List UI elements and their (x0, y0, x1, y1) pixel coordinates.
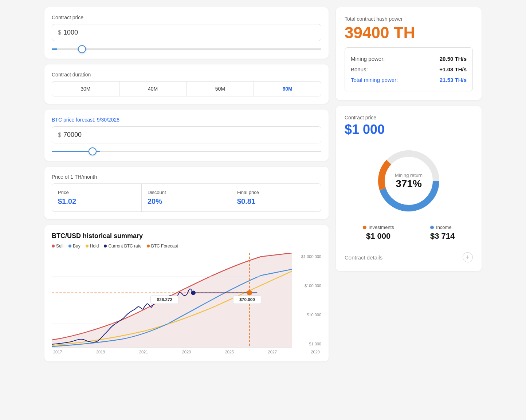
investments-item: Investments $1 000 (363, 225, 394, 241)
contract-price-input[interactable]: $ 1000 (52, 24, 321, 41)
price-cell-label: Price (58, 190, 136, 195)
btc-forecast-text: BTC price forecast: (52, 117, 95, 123)
btc-forecast-slider[interactable] (52, 151, 321, 152)
contract-price-amount: 1000 (63, 29, 78, 36)
investments-value: $1 000 (363, 231, 394, 241)
chart-legend: Sell Buy Hold Current BTC rate BTC Forec… (52, 243, 321, 249)
y-label-1: $1.000.000 (295, 254, 321, 259)
legend-buy: Buy (68, 243, 81, 249)
price-th-label: Price of 1 TH/month (52, 174, 321, 180)
right-panel: Total contract hash power 39400 TH Minin… (336, 7, 482, 361)
btc-forecast-dot (147, 245, 150, 247)
contract-currency-symbol: $ (58, 29, 61, 36)
bonus-label: Bonus: (351, 66, 368, 72)
buy-dot (68, 245, 71, 247)
price-th-card: Price of 1 TH/month Price $1.02 Discount… (44, 167, 329, 219)
sell-label: Sell (56, 243, 63, 249)
hash-power-value: 39400 TH (345, 24, 473, 41)
donut-center-text: Mining return 371% (395, 173, 423, 190)
discount-cell: Discount 20% (142, 184, 231, 211)
legend-current-btc: Current BTC rate (104, 243, 141, 249)
svg-text:$26.272: $26.272 (157, 298, 172, 302)
investments-legend: Investments (363, 225, 394, 230)
main-container: Contract price $ 1000 Contract duration … (44, 7, 482, 361)
chart-y-labels: $1.000.000 $100.000 $10.000 $1.000 (292, 253, 321, 348)
contract-price-right-value: $1 000 (345, 122, 473, 137)
contract-details-label: Contract details (345, 254, 382, 261)
sell-dot (52, 245, 55, 247)
legend-sell: Sell (52, 243, 63, 249)
mining-power-value: 20.50 TH/s (440, 56, 467, 62)
tab-40m[interactable]: 40M (119, 82, 187, 96)
total-mining-row: Total mining power: 21.53 TH/s (351, 75, 467, 85)
y-label-3: $10.000 (295, 313, 321, 317)
svg-text:$70.000: $70.000 (239, 298, 255, 302)
x-label-2021: 2021 (139, 350, 148, 354)
mining-stats-box: Mining power: 20.50 TH/s Bonus: +1.03 TH… (345, 47, 473, 91)
income-value: $3 714 (430, 231, 455, 241)
plus-icon: + (466, 254, 470, 261)
investments-dot (363, 226, 366, 229)
tab-50m[interactable]: 50M (187, 82, 254, 96)
investments-label: Investments (369, 225, 394, 230)
forecast-dot (247, 290, 252, 296)
y-label-4: $1.000 (295, 342, 321, 346)
donut-center-label: Mining return (395, 173, 423, 178)
chart-svg: $26.272 $70.000 (52, 253, 292, 347)
btc-forecast-card: BTC price forecast: 9/30/2028 $ 70000 (44, 110, 329, 161)
legend-hold: Hold (86, 243, 99, 249)
bonus-value: +1.03 TH/s (439, 66, 467, 72)
btc-forecast-label: BTC price forecast: 9/30/2028 (52, 117, 321, 123)
hold-label: Hold (90, 243, 99, 249)
current-btc-dot (104, 245, 107, 247)
contract-price-card: Contract price $ 1000 (44, 7, 329, 59)
x-label-2017: 2017 (53, 350, 62, 354)
discount-cell-value: 20% (148, 197, 225, 206)
chart-wrapper: $26.272 $70.000 $1.000.000 $100.000 $10.… (52, 253, 321, 348)
income-dot (430, 226, 434, 229)
contract-price-right-label: Contract price (345, 115, 473, 120)
current-btc-dot-chart (191, 291, 196, 295)
legend-btc-forecast: BTC Forecast (147, 243, 178, 249)
donut-wrapper: Mining return 371% (372, 144, 445, 217)
income-legend: Income (430, 225, 455, 230)
total-mining-value: 21.53 TH/s (440, 77, 467, 83)
mining-power-row: Mining power: 20.50 TH/s (351, 54, 467, 64)
discount-cell-label: Discount (148, 190, 225, 195)
price-cell: Price $1.02 (52, 184, 142, 211)
chart-x-labels: 2017 2019 2021 2023 2025 2027 2029 (52, 350, 321, 354)
contract-details-expand-button[interactable]: + (463, 252, 473, 262)
investment-row: Investments $1 000 Income $3 714 (345, 225, 473, 241)
hash-power-label: Total contract hash power (345, 16, 473, 22)
bonus-row: Bonus: +1.03 TH/s (351, 64, 467, 75)
x-label-2023: 2023 (182, 350, 191, 354)
price-cell-value: $1.02 (58, 197, 136, 206)
contract-price-slider-container (52, 45, 321, 51)
final-price-cell-value: $0.81 (237, 197, 315, 206)
contract-price-label: Contract price (52, 15, 321, 20)
x-label-2027: 2027 (268, 350, 277, 354)
duration-tabs: 30M 40M 50M 60M (52, 81, 321, 96)
x-label-2029: 2029 (311, 350, 319, 354)
btc-chart-card: BTC/USD historical summary Sell Buy Hold… (44, 225, 329, 361)
income-label: Income (436, 225, 452, 230)
final-price-cell: Final price $0.81 (231, 184, 321, 211)
buy-label: Buy (73, 243, 81, 249)
current-btc-label: Current BTC rate (108, 243, 141, 249)
tab-60m[interactable]: 60M (254, 82, 321, 96)
btc-forecast-amount: 70000 (63, 131, 82, 139)
btc-forecast-input[interactable]: $ 70000 (52, 126, 321, 143)
contract-duration-label: Contract duration (52, 72, 321, 78)
chart-area: $26.272 $70.000 (52, 253, 292, 348)
tab-30m[interactable]: 30M (52, 82, 119, 96)
income-item: Income $3 714 (430, 225, 455, 241)
total-mining-label: Total mining power: (351, 77, 398, 83)
price-grid: Price $1.02 Discount 20% Final price $0.… (52, 183, 321, 212)
y-label-2: $100.000 (295, 284, 321, 288)
contract-duration-card: Contract duration 30M 40M 50M 60M (44, 64, 329, 104)
x-label-2019: 2019 (96, 350, 105, 354)
btc-forecast-slider-container (52, 147, 321, 154)
mining-power-label: Mining power: (351, 56, 385, 62)
btc-forecast-legend-label: BTC Forecast (151, 243, 178, 249)
contract-price-slider[interactable] (52, 48, 321, 50)
